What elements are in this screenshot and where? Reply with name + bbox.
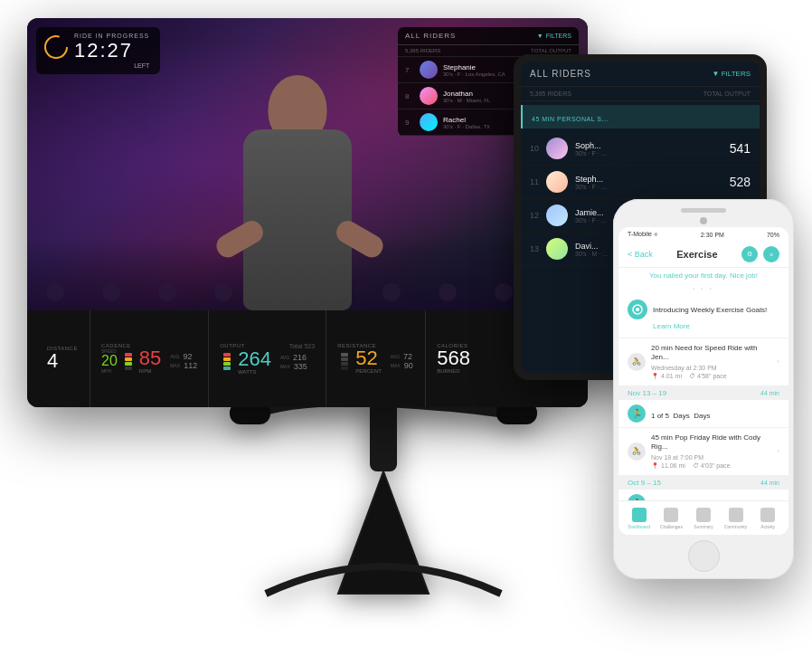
- goal-icon-0: 🏃: [628, 404, 646, 423]
- back-button[interactable]: < Back: [628, 250, 653, 259]
- resistance-avg-max: AVG 72 MAX 90: [391, 352, 413, 370]
- timer-value: 12:27: [74, 39, 149, 62]
- max-label: MAX: [280, 364, 290, 369]
- ride-item-0[interactable]: 🚴 45 min Pop Friday Ride with Cody Rig..…: [618, 428, 788, 476]
- tablet-name-col: Soph... 30's · F · ...: [575, 141, 730, 157]
- monitor-screen: RIDE IN PROGRESS 12:27 LEFT ALL RIDERS ▼…: [27, 18, 588, 407]
- activity-text: 20 min Need for Speed Ride with Jen... W…: [651, 344, 771, 380]
- activity-title: 20 min Need for Speed Ride with Jen...: [651, 344, 771, 363]
- tablet-filters-btn[interactable]: ▼ FILTERS: [713, 70, 751, 78]
- tab-activity[interactable]: Activity: [751, 508, 784, 529]
- intro-text: Introducing Weekly Exercise Goals!: [653, 306, 767, 314]
- bar-seg-4: [341, 366, 348, 370]
- svg-point-0: [45, 36, 67, 58]
- resistance-unit: PERCENT: [355, 368, 382, 374]
- stats-bar: Distance 4 Cadence Speed 20 MPH: [27, 310, 588, 408]
- cadence-avg-max: AVG 92 MAX 112: [170, 352, 197, 370]
- phone-tabbar: Dashboard Challenges Summary Community A…: [618, 500, 788, 535]
- time-label: 2:30 PM: [701, 232, 724, 238]
- tablet-lb-header: ALL RIDERS ▼ FILTERS: [521, 62, 760, 87]
- nav-title: Exercise: [653, 249, 741, 260]
- output-stat: Output Total 523: [209, 310, 326, 408]
- dashboard-tab-label: Dashboard: [628, 524, 650, 529]
- scene-container: RIDE IN PROGRESS 12:27 LEFT ALL RIDERS ▼…: [0, 0, 812, 666]
- lb-filters-btn[interactable]: ▼ FILTERS: [537, 33, 571, 39]
- pace-detail: ⏱ 4'58" pace: [689, 373, 727, 380]
- avg-val: 92: [183, 352, 192, 361]
- phone-camera: [700, 217, 707, 224]
- svg-rect-5: [370, 399, 397, 471]
- resistance-stat: Resistance 52 PERCENT: [326, 310, 426, 408]
- tablet-avatar: [546, 171, 568, 193]
- bar-seg-2: [341, 357, 348, 361]
- section-header-1: Oct 9 – 15 44 min: [618, 476, 788, 490]
- filter-icon: ▼: [537, 33, 543, 39]
- output-bar: [223, 353, 231, 370]
- phone-statusbar: T-Mobile ⟡ 2:30 PM 70%: [618, 227, 788, 242]
- speed-unit: MPH: [101, 368, 118, 374]
- ride-stats-0: 📍 11.06 mi ⏱ 4'03" pace: [651, 462, 771, 470]
- tab-challenges[interactable]: Challenges: [656, 508, 688, 529]
- max-val: 335: [294, 362, 307, 371]
- audience-head: [46, 283, 64, 301]
- cadence-value: 85: [139, 348, 161, 368]
- clock-icon-0: ⏱: [693, 462, 699, 469]
- exercise-subtitle: You nailed your first day. Nice job!: [618, 268, 788, 283]
- cadence-max-row: MAX 112: [170, 361, 197, 370]
- activity-item[interactable]: 🚴 20 min Need for Speed Ride with Jen...…: [618, 338, 788, 386]
- challenges-tab-icon: [664, 508, 678, 522]
- output-avg-max: AVG 216 MAX 335: [280, 353, 307, 371]
- tablet-avatar: [546, 238, 568, 260]
- summary-tab-icon: [696, 508, 711, 522]
- lb-header: ALL RIDERS ▼ FILTERS: [398, 27, 579, 45]
- tablet-score: 528: [730, 175, 751, 189]
- ride-pace-val-0: 4'03" pace: [701, 462, 731, 469]
- battery-label: 70%: [767, 232, 779, 238]
- timer-circle-icon: [43, 34, 69, 60]
- community-tab-label: Community: [724, 524, 747, 529]
- ride-title-0: 45 min Pop Friday Ride with Cody Rig...: [651, 433, 771, 452]
- resistance-value: 52: [355, 348, 382, 368]
- tab-community[interactable]: Community: [720, 508, 752, 529]
- audience-head: [158, 283, 176, 301]
- learn-more-link[interactable]: Learn More: [653, 322, 690, 330]
- output-max-row: MAX 335: [280, 362, 307, 371]
- tab-dashboard[interactable]: Dashboard: [623, 508, 656, 529]
- bar-seg-3: [341, 362, 348, 366]
- goal-text-0: 1 of 5 Days Days: [651, 405, 710, 422]
- cadence-avg-row: AVG 92: [170, 352, 197, 361]
- tablet-lb-title: ALL RIDERS: [530, 69, 591, 79]
- cadence-main: 85 RPM: [139, 348, 161, 374]
- filter-label: FILTERS: [546, 33, 571, 39]
- pin-icon: 📍: [651, 373, 659, 380]
- distance-detail: 📍 4.01 mi: [651, 373, 682, 380]
- phone: T-Mobile ⟡ 2:30 PM 70% < Back Exercise ⚙…: [613, 199, 794, 579]
- activity-tab-label: Activity: [760, 524, 775, 529]
- goal-svg-icon: [632, 304, 643, 315]
- close-icon-btn[interactable]: ×: [763, 246, 779, 262]
- calories-unit: BURNED: [437, 368, 470, 374]
- max-val: 90: [404, 361, 413, 370]
- ride-in-progress-label: RIDE IN PROGRESS: [74, 33, 149, 39]
- settings-icon-btn[interactable]: ⚙: [741, 246, 758, 262]
- phone-home-button[interactable]: [688, 540, 720, 572]
- resistance-main: 52 PERCENT: [355, 348, 382, 374]
- tab-summary[interactable]: Summary: [687, 508, 720, 529]
- bar-seg-orange: [223, 357, 231, 361]
- lb-rank: 9: [405, 119, 420, 127]
- speed-value: 20: [101, 354, 118, 368]
- tablet-name: Steph...: [575, 175, 730, 184]
- tablet-name: Soph...: [575, 141, 730, 150]
- activity-pace: 4'58" pace: [697, 373, 727, 379]
- resistance-group: 52 PERCENT AVG 72 MAX 90: [337, 348, 414, 374]
- goal-unit-0: Days: [673, 412, 689, 420]
- avg-val: 216: [293, 353, 307, 362]
- calories-value: 568: [437, 348, 470, 368]
- svg-point-2: [636, 308, 639, 311]
- hud-timer-display: RIDE IN PROGRESS 12:27 LEFT: [36, 27, 160, 74]
- lb-total-output-label: TOTAL OUTPUT: [531, 48, 571, 53]
- section-date-1: Oct 9 – 15: [628, 479, 661, 487]
- audience-head: [495, 283, 513, 301]
- cadence-unit: RPM: [139, 368, 161, 374]
- max-label: MAX: [391, 363, 401, 368]
